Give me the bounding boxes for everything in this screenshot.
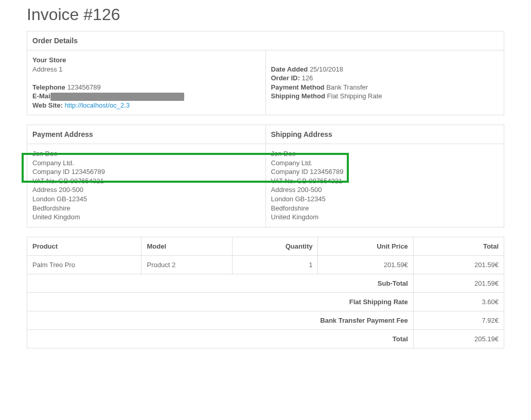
date-added-label: Date Added <box>271 65 308 73</box>
address-table: Payment Address Shipping Address Jon Doe… <box>27 125 504 227</box>
cell-product: Palm Treo Pro <box>27 255 141 274</box>
payment-method-label: Payment Method <box>271 83 325 91</box>
cell-quantity: 1 <box>232 255 318 274</box>
addr-line: Company ID 123456789 <box>271 167 499 177</box>
payment-address-header: Payment Address <box>27 125 266 144</box>
cell-unitprice: 201.59€ <box>318 255 413 274</box>
col-quantity-header: Quantity <box>232 237 318 255</box>
total-label: Total <box>27 329 414 348</box>
telephone-value: 123456789 <box>67 83 101 91</box>
store-address: Address 1 <box>32 65 260 74</box>
addr-line: VAT No. GB-987654321 <box>271 177 499 186</box>
date-added-value: 25/10/2018 <box>310 65 343 73</box>
addr-line: Company Ltd. <box>32 159 260 168</box>
addr-line: United Kingdom <box>271 213 499 222</box>
addr-line: London GB-12345 <box>271 195 499 204</box>
page-title: Invoice #126 <box>27 5 504 24</box>
addr-line: Bedfordshire <box>32 204 260 213</box>
addr-line: Bedfordshire <box>271 204 499 213</box>
order-details-header: Order Details <box>27 31 504 50</box>
cell-total: 201.59€ <box>413 255 504 274</box>
order-id-value: 126 <box>302 74 313 82</box>
addr-line: Address 200-500 <box>32 185 260 195</box>
addr-line: Address 200-500 <box>271 185 499 195</box>
total-value: 201.59€ <box>413 274 504 292</box>
total-value: 7.92€ <box>413 311 504 329</box>
store-info-cell: Your Store Address 1 Telephone 123456789… <box>27 50 266 115</box>
addr-line: Jon Doe <box>32 149 260 159</box>
total-row: Sub-Total201.59€ <box>27 274 504 292</box>
total-label: Bank Transfer Payment Fee <box>27 311 414 329</box>
total-label: Flat Shipping Rate <box>27 292 414 311</box>
payment-method-value: Bank Transfer <box>326 83 368 91</box>
cell-model: Product 2 <box>141 255 232 274</box>
col-unitprice-header: Unit Price <box>318 237 413 255</box>
items-table: Product Model Quantity Unit Price Total … <box>27 237 504 348</box>
shipping-address-header: Shipping Address <box>266 125 504 144</box>
total-row: Flat Shipping Rate3.60€ <box>27 292 504 311</box>
addr-line: VAT No. GB-987654321 <box>32 177 260 186</box>
total-value: 3.60€ <box>413 292 504 311</box>
total-label: Sub-Total <box>27 274 414 292</box>
shipping-method-value: Flat Shipping Rate <box>327 92 382 100</box>
addr-line: London GB-12345 <box>32 195 260 204</box>
website-label: Web Site: <box>32 101 63 109</box>
email-label: E-Mai <box>32 92 50 100</box>
addr-line: Company Ltd. <box>271 159 499 168</box>
order-id-label: Order ID: <box>271 74 300 82</box>
order-info-cell: Date Added 25/10/2018 Order ID: 126 Paym… <box>266 50 504 115</box>
shipping-address-cell: Jon Doe Company Ltd. Company ID 12345678… <box>266 144 504 227</box>
total-value: 205.19€ <box>413 329 504 348</box>
total-row: Bank Transfer Payment Fee7.92€ <box>27 311 504 329</box>
addr-line: United Kingdom <box>32 213 260 222</box>
addr-line: Jon Doe <box>271 149 499 159</box>
col-model-header: Model <box>141 237 232 255</box>
addr-line: Company ID 123456789 <box>32 167 260 177</box>
shipping-method-label: Shipping Method <box>271 92 325 100</box>
total-row: Total205.19€ <box>27 329 504 348</box>
telephone-label: Telephone <box>32 83 65 91</box>
email-redacted <box>50 93 184 101</box>
order-details-table: Order Details Your Store Address 1 Telep… <box>27 31 504 115</box>
payment-address-cell: Jon Doe Company Ltd. Company ID 12345678… <box>27 144 266 227</box>
table-row: Palm Treo ProProduct 21201.59€201.59€ <box>27 255 504 274</box>
website-link[interactable]: http://localhost/oc_2.3 <box>65 101 130 109</box>
col-product-header: Product <box>27 237 141 255</box>
col-total-header: Total <box>413 237 504 255</box>
store-name-label: Your Store <box>32 56 66 64</box>
